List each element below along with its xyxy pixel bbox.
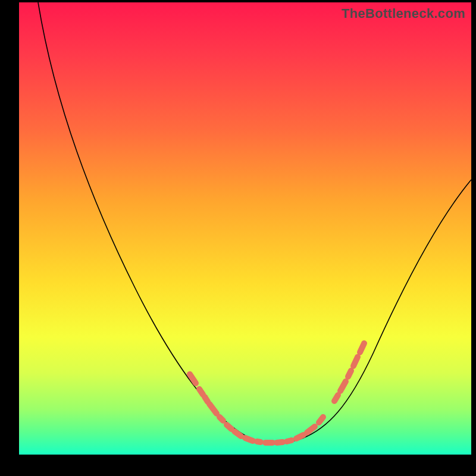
chart-plot-area: TheBottleneck.com xyxy=(19,2,471,455)
curve-layer xyxy=(38,2,471,443)
data-marker xyxy=(257,441,261,442)
data-marker xyxy=(209,404,217,414)
data-marker xyxy=(334,395,338,401)
bottleneck-curve xyxy=(38,2,471,443)
data-marker xyxy=(353,357,358,366)
data-marker xyxy=(245,438,253,441)
data-marker xyxy=(340,381,346,391)
data-marker xyxy=(307,427,315,433)
data-marker xyxy=(234,431,241,436)
data-marker xyxy=(199,389,203,394)
data-marker xyxy=(220,417,223,421)
data-marker xyxy=(277,442,283,443)
data-marker xyxy=(348,371,351,377)
data-marker xyxy=(287,440,292,441)
data-marker xyxy=(296,435,303,439)
marker-layer xyxy=(190,343,364,443)
data-marker xyxy=(319,417,323,422)
data-marker xyxy=(205,397,208,402)
data-marker xyxy=(227,425,231,429)
data-marker xyxy=(360,343,364,352)
chart-svg xyxy=(19,2,471,455)
